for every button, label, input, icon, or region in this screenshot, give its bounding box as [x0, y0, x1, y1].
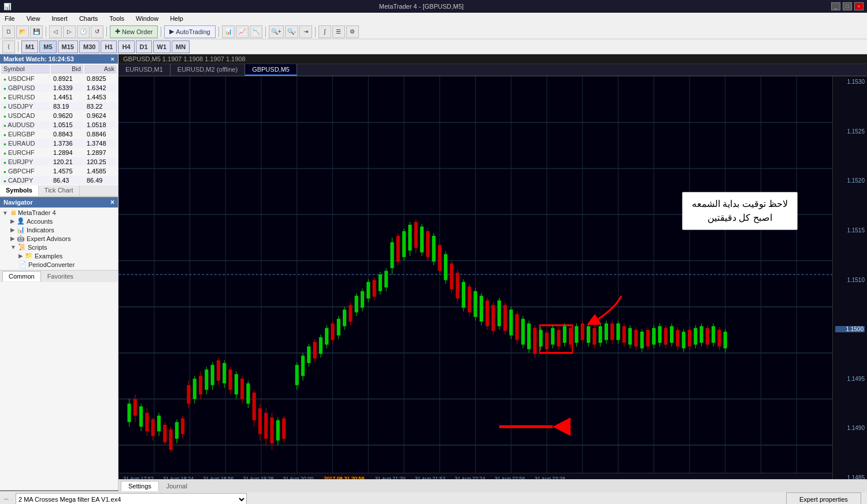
- market-watch-row[interactable]: ● CADJPY 86.43 86.49: [1, 176, 117, 184]
- timeframe-h1[interactable]: H1: [101, 40, 117, 53]
- menu-tools[interactable]: Tools: [107, 15, 127, 22]
- timeframe-m30[interactable]: M30: [79, 40, 99, 53]
- svg-rect-45: [175, 422, 179, 439]
- market-watch-row[interactable]: ● USDCAD 0.9620 0.9624: [1, 112, 117, 120]
- expand-icon: ▼: [2, 210, 8, 216]
- timeframe-m15[interactable]: M15: [58, 40, 78, 53]
- tester-tab-journal[interactable]: Journal: [159, 481, 195, 491]
- timeframe-w1[interactable]: W1: [153, 40, 171, 53]
- svg-rect-111: [379, 275, 382, 291]
- svg-rect-216: [688, 330, 691, 347]
- navigator-close[interactable]: ×: [110, 198, 114, 206]
- chart-bar-button[interactable]: 📊: [222, 25, 235, 38]
- mw-bid: 1.3736: [51, 139, 83, 147]
- chart-candle-button[interactable]: 📈: [236, 25, 249, 38]
- svg-rect-81: [282, 418, 286, 439]
- svg-rect-186: [599, 326, 602, 343]
- svg-rect-172: [557, 330, 560, 347]
- market-watch-row[interactable]: ● EURAUD 1.3736 1.3748: [1, 139, 117, 147]
- menu-insert[interactable]: Insert: [49, 15, 70, 22]
- nav-item-indicators[interactable]: ▶ 📊 Indicators: [1, 225, 117, 234]
- chart-tab-gbpusd-m5[interactable]: GBPUSD,M5: [245, 64, 297, 76]
- chart-header-info: GBPUSD,M5 1.1907 1.1908 1.1907 1.1908: [118, 54, 867, 64]
- bottom-nav-tab-favorites[interactable]: Favorites: [41, 271, 80, 281]
- timeframe-mn[interactable]: MN: [172, 40, 190, 53]
- tester-tab-settings[interactable]: Settings: [121, 481, 159, 491]
- bottom-nav-tab-common[interactable]: Common: [2, 271, 41, 281]
- navigator-tree: ▼ 🖥 MetaTrader 4 ▶ 👤 Accounts ▶ 📊 Indica…: [0, 207, 118, 270]
- minimize-button[interactable]: _: [831, 2, 840, 10]
- menu-charts[interactable]: Charts: [77, 15, 100, 22]
- maximize-button[interactable]: □: [843, 2, 852, 10]
- chart-tab-eurusd-m2[interactable]: EURUSD,M2 (offline): [171, 64, 245, 76]
- market-watch-row[interactable]: ● USDJPY 83.19 83.22: [1, 102, 117, 110]
- timeframe-separator: [18, 42, 18, 52]
- market-watch-row[interactable]: ● EURUSD 1.4451 1.4453: [1, 93, 117, 101]
- menu-view[interactable]: View: [24, 15, 43, 22]
- close-button[interactable]: ×: [854, 2, 864, 10]
- market-watch-row[interactable]: ● GBPCHF 1.4575 1.4585: [1, 167, 117, 175]
- svg-rect-99: [343, 310, 346, 327]
- svg-rect-149: [491, 305, 495, 331]
- sep2: [106, 27, 107, 37]
- auto-scroll-button[interactable]: ⇥: [299, 25, 312, 38]
- timeframe-d1[interactable]: D1: [136, 40, 152, 53]
- market-watch-row[interactable]: ● AUDUSD 1.0515 1.0518: [1, 121, 117, 129]
- market-watch-close[interactable]: ×: [111, 55, 114, 62]
- menu-file[interactable]: File: [2, 15, 17, 22]
- timeframe-h4[interactable]: H4: [118, 40, 134, 53]
- open-button[interactable]: 📂: [16, 25, 29, 38]
- properties-button[interactable]: ⚙: [346, 25, 359, 38]
- svg-rect-200: [640, 332, 644, 349]
- templates-button[interactable]: ☰: [332, 25, 345, 38]
- nav-item-metatrader4[interactable]: ▼ 🖥 MetaTrader 4: [1, 209, 117, 217]
- menu-window[interactable]: Window: [134, 15, 161, 22]
- zoom-out-button[interactable]: 🔍-: [285, 25, 298, 38]
- accounts-icon: 👤: [17, 217, 25, 225]
- nav-item-accounts[interactable]: ▶ 👤 Accounts: [1, 217, 117, 225]
- chart-line-button[interactable]: 📉: [250, 25, 262, 38]
- vert-tab-indicator[interactable]: ⟨: [3, 498, 12, 501]
- toolbar-timeframe: ⟨ M1 M5 M15 M30 H1 H4 D1 W1 MN: [0, 39, 867, 54]
- forward-button[interactable]: ▷: [63, 25, 76, 38]
- chart-canvas[interactable]: 1.1530 1.1525 1.1520 1.1515 1.1510 1.150…: [118, 76, 867, 483]
- market-watch-row[interactable]: ● EURJPY 120.21 120.25: [1, 158, 117, 166]
- scripts-icon: 📜: [18, 243, 26, 251]
- reload-button[interactable]: ↺: [91, 25, 103, 38]
- nav-item-scripts[interactable]: ▼ 📜 Scripts: [1, 243, 117, 251]
- zoom-in-button[interactable]: 🔍+: [269, 25, 284, 38]
- sep5: [265, 27, 266, 37]
- svg-rect-77: [270, 417, 273, 443]
- new-order-button[interactable]: ✚ New Order: [110, 25, 158, 38]
- market-watch-row[interactable]: ● USDCHF 0.8921 0.8925: [1, 75, 117, 83]
- nav-item-examples[interactable]: ▶ 📁 Examples: [1, 251, 117, 260]
- history-button[interactable]: 🕐: [77, 25, 90, 38]
- market-watch-row[interactable]: ● GBPUSD 1.6339 1.6342: [1, 84, 117, 92]
- chart-tab-eurusd-m1[interactable]: EURUSD,M1: [118, 64, 171, 76]
- price-label-current: 1.1500: [835, 326, 865, 332]
- expert-properties-button[interactable]: Expert properties: [786, 492, 861, 504]
- expand-icon-scripts: ▼: [10, 244, 16, 250]
- nav-item-expert-advisors[interactable]: ▶ 🤖 Expert Advisors: [1, 234, 117, 243]
- indicators-button[interactable]: ∫: [318, 25, 331, 38]
- nav-item-period-converter[interactable]: 📄 PeriodConverter: [1, 260, 117, 269]
- timeframe-m1[interactable]: M1: [21, 40, 38, 53]
- timeframe-m5[interactable]: M5: [39, 40, 56, 53]
- back-button[interactable]: ◁: [49, 25, 62, 38]
- mw-symbol: ● EURAUD: [1, 139, 50, 147]
- price-label-5: 1.1510: [835, 277, 865, 283]
- timeframe-btn-left[interactable]: ⟨: [2, 40, 15, 53]
- save-button[interactable]: 💾: [30, 25, 43, 38]
- mw-symbol: ● EURUSD: [1, 93, 50, 101]
- autotrading-button[interactable]: ▶ AutoTrading: [164, 25, 216, 38]
- mw-ask: 1.4585: [84, 167, 117, 175]
- market-watch-row[interactable]: ● EURGBP 0.8843 0.8846: [1, 130, 117, 138]
- mw-tab-symbols[interactable]: Symbols: [0, 186, 39, 196]
- menu-help[interactable]: Help: [168, 15, 186, 22]
- ea-dropdown[interactable]: 2 MA Crosses Mega filter EA V1.ex4: [16, 493, 247, 504]
- market-watch-row[interactable]: ● EURCHF 1.2894 1.2897: [1, 149, 117, 157]
- new-file-button[interactable]: 🗋: [2, 25, 15, 38]
- svg-rect-170: [551, 328, 554, 345]
- mw-bid: 1.6339: [51, 84, 83, 92]
- mw-tab-tick-chart[interactable]: Tick Chart: [39, 186, 80, 196]
